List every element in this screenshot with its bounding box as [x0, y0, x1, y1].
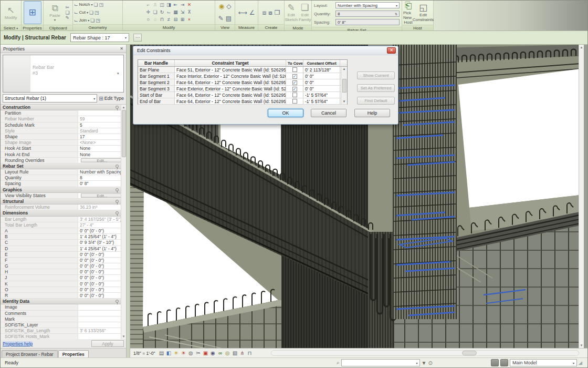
vertical-scrollbar[interactable]: ▲ ▼	[579, 45, 584, 348]
property-value[interactable]: 0' 0" (0' - 0")	[78, 293, 126, 298]
scrollbar-thumb[interactable]	[462, 351, 477, 355]
trim-icon[interactable]: ⌙	[165, 9, 172, 16]
pin-icon[interactable]	[116, 106, 119, 109]
modify-tool-icon[interactable]: ×	[186, 16, 193, 24]
scrollbar-thumb[interactable]	[122, 110, 126, 157]
dialog-titlebar[interactable]: Edit Constraints ✕	[133, 46, 398, 55]
ok-button[interactable]: OK	[268, 109, 303, 117]
pin-icon[interactable]	[116, 300, 119, 303]
table-row[interactable]: Bar PlaneFace 51, Exterior - 12" Concret…	[138, 67, 347, 73]
edit-button[interactable]: Edit...	[81, 158, 123, 162]
scroll-down-icon[interactable]: ▼	[341, 99, 347, 104]
section-header-dimensions[interactable]: Dimensions	[1, 210, 126, 216]
apply-button[interactable]: Apply	[91, 340, 124, 347]
pin-icon[interactable]	[116, 165, 119, 168]
tab-properties[interactable]: Properties	[58, 350, 89, 357]
to-cover-checkbox[interactable]	[292, 93, 297, 97]
measure-icon[interactable]: ⟷	[238, 10, 248, 15]
lightbulb-icon[interactable]: ◉	[218, 4, 225, 9]
select-panel-label[interactable]: Select ▾	[1, 25, 21, 30]
property-value[interactable]: 3' 4 167/256" (3' - 5")	[78, 217, 126, 222]
pin-icon[interactable]	[116, 211, 119, 214]
hide-isolate-icon[interactable]: ∞	[216, 350, 224, 357]
property-value[interactable]	[78, 322, 126, 328]
to-cover-checkbox[interactable]	[292, 99, 297, 104]
align-icon[interactable]: ⌐	[145, 2, 152, 9]
detail-level-icon[interactable]: ▤	[158, 350, 165, 357]
property-value[interactable]: 0' 9 3/4" (0' - 10")	[78, 240, 126, 245]
resize-grip[interactable]: ◢	[579, 360, 582, 365]
panel-splitter[interactable]	[127, 45, 130, 357]
to-cover-checkbox[interactable]: ✓	[292, 80, 297, 85]
property-value[interactable]: 8	[78, 175, 126, 180]
pin-icon[interactable]	[116, 188, 119, 191]
table-row[interactable]: Bar Segment 2Face 64, Exterior - 12" Con…	[138, 79, 347, 86]
property-value[interactable]: 0' 0" (0' - 0")	[78, 263, 126, 269]
pick-new-host-button[interactable]: ⎗Pick NewHost	[403, 1, 413, 24]
horizontal-scrollbar[interactable]	[271, 350, 579, 356]
to-cover-checkbox[interactable]	[292, 67, 297, 72]
show-current-button[interactable]: Show Current	[357, 71, 395, 79]
pin-icon[interactable]: ⊙	[428, 360, 433, 366]
hide-icon[interactable]: ▤	[225, 16, 232, 21]
property-value[interactable]: 0' 0" (0' - 0")	[78, 275, 126, 280]
scroll-up-icon[interactable]: ▲	[121, 105, 126, 110]
create-assembly-icon[interactable]: ⧇	[268, 10, 273, 15]
edit-constraints-button[interactable]: ◱EditConstraints	[414, 1, 432, 24]
property-value[interactable]	[78, 334, 126, 339]
exclude-options-icon[interactable]	[491, 359, 499, 366]
show-crop-icon[interactable]: ▣	[202, 350, 209, 357]
pin-icon[interactable]: ⊼	[186, 9, 193, 16]
set-as-preferred-button[interactable]: Set As Preferred	[357, 84, 395, 92]
property-value[interactable]: 27' - 4"	[78, 222, 126, 228]
property-value[interactable]: Standard	[78, 128, 126, 134]
properties-scrollbar[interactable]: ▲▼	[121, 105, 126, 339]
scroll-up-icon[interactable]: ▲	[341, 67, 347, 71]
table-row[interactable]: Start of BarFace 64, Exterior - 12" Conc…	[138, 92, 347, 98]
filter-icon[interactable]: ▼	[422, 360, 427, 366]
modify-tool-icon[interactable]: ≠	[165, 16, 172, 24]
property-value[interactable]	[78, 304, 126, 310]
edit-type-button[interactable]: ⊞Edit Type	[99, 96, 124, 101]
geometry-extra-icon[interactable]: ❏	[93, 2, 98, 7]
col-bar-handle[interactable]: Bar Handle	[138, 60, 175, 66]
match-type-icon[interactable]: ✎	[65, 15, 70, 21]
section-header-construction[interactable]: Construction	[1, 105, 126, 110]
close-icon[interactable]: ✕	[387, 47, 396, 54]
property-value[interactable]: 1' 4 25/64" (1' - 4")	[78, 234, 126, 239]
help-button[interactable]: Help	[354, 109, 390, 117]
geometry-extra-icon[interactable]: ◳	[94, 10, 99, 15]
viewport-3d[interactable]: Edit Constraints ✕ Bar Handle Constraint…	[130, 45, 579, 348]
lock-view-icon[interactable]: ◉	[209, 350, 216, 357]
graphics-icon[interactable]: ✎	[218, 16, 224, 21]
geometry-tool-notch[interactable]: ⌙Notch▾❏◳	[74, 1, 103, 8]
property-value[interactable]	[78, 110, 126, 116]
table-scrollbar[interactable]: ▲ ▼	[341, 67, 347, 104]
property-value[interactable]: 1' 4 25/64" (1' - 4")	[78, 246, 126, 251]
quantity-stepper[interactable]: 8⇅	[335, 11, 400, 17]
layout-dropdown[interactable]: Number with Spacing▾	[335, 2, 400, 8]
property-value[interactable]: None	[78, 146, 126, 151]
rendering-icon[interactable]: ◍	[187, 350, 194, 357]
modify-tool-icon[interactable]: ⊞	[179, 16, 186, 24]
crop-view-icon[interactable]: ✂	[194, 350, 202, 357]
modify-tool-icon[interactable]: ○	[145, 16, 152, 24]
property-value[interactable]: 3' 6 133/256"	[78, 328, 126, 333]
table-row[interactable]: End of BarFace 64, Exterior - 12" Concre…	[138, 98, 347, 105]
cut-icon[interactable]: ✂	[65, 5, 70, 10]
geometry-tool-cut[interactable]: ⌙Cut▾❏◳	[74, 9, 99, 16]
col-constraint-target[interactable]: Constraint Target	[175, 60, 286, 66]
paste-button[interactable]: ⧉Paste▾	[46, 1, 64, 24]
modify-tool-icon[interactable]: ⊟	[172, 16, 179, 24]
geometry-extra-icon[interactable]: ◳	[99, 2, 104, 7]
property-value[interactable]: 0' 0" (0' - 0")	[78, 258, 126, 263]
copy-icon[interactable]: ❏	[65, 10, 70, 15]
to-cover-checkbox[interactable]: ✓	[292, 74, 297, 79]
property-value[interactable]: 17	[78, 134, 126, 139]
reveal-constraints-icon[interactable]: ⊓	[246, 350, 253, 357]
move-icon[interactable]: ✛	[145, 9, 152, 16]
create-group-icon[interactable]: ❒	[274, 10, 281, 15]
table-row[interactable]: Bar Segment 1Face Interior, Exterior - 1…	[138, 73, 347, 79]
sun-path-icon[interactable]: ☀	[172, 350, 180, 357]
property-value[interactable]: 0' 0" (0' - 0")	[78, 269, 126, 274]
